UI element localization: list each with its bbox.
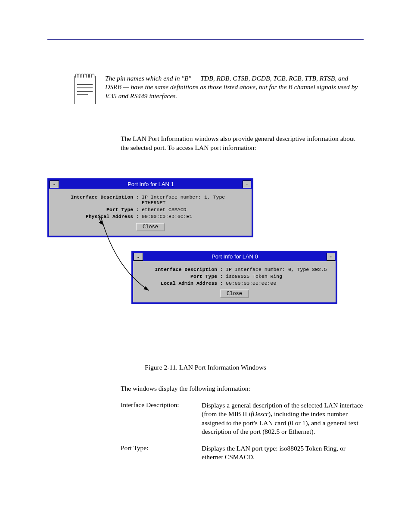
definition-desc: Displays a general description of the se… xyxy=(202,401,364,436)
sysmenu-icon[interactable]: - xyxy=(134,253,143,261)
dialog-body: Interface Description : IP Interface num… xyxy=(49,189,252,236)
field-label: Local Admin Address : xyxy=(139,280,226,286)
dialog-titlebar: - Port Info for LAN 0 ▫ xyxy=(133,252,336,261)
definition-row: Port Type: Displays the LAN port type: i… xyxy=(121,444,364,462)
intro-paragraph: The LAN Port Information windows also pr… xyxy=(121,134,364,152)
field-value: 00:00:00:00:00:00 xyxy=(226,280,330,286)
field-value: ethernet CSMACD xyxy=(142,207,246,212)
definition-desc: Displays the LAN port type: iso88025 Tok… xyxy=(202,444,364,462)
port-info-dialog-lan0: - Port Info for LAN 0 ▫ Interface Descri… xyxy=(131,251,337,304)
field-label: Port Type : xyxy=(139,274,226,279)
dialog-body: Interface Description : IP Interface num… xyxy=(133,261,336,302)
resize-icon[interactable]: ▫ xyxy=(327,253,335,261)
note-block: The pin names which end in "B" — TDB, RD… xyxy=(47,74,364,104)
def-text: Displays the LAN port type: iso88025 Tok… xyxy=(202,445,346,460)
field-row: Interface Description : IP Interface num… xyxy=(55,194,246,205)
note-text: The pin names which end in "B" — TDB, RD… xyxy=(105,74,364,100)
notepad-icon xyxy=(74,76,96,104)
field-row: Interface Description : IP Interface num… xyxy=(139,267,330,272)
button-row: Close xyxy=(139,289,330,298)
close-button[interactable]: Close xyxy=(220,289,249,298)
close-button[interactable]: Close xyxy=(136,223,165,231)
field-label: Interface Description : xyxy=(55,194,142,205)
field-value: IP Interface number: 1, Type ETHERNET xyxy=(142,194,246,205)
definition-term: Interface Description: xyxy=(121,401,194,409)
field-row: Local Admin Address : 00:00:00:00:00:00 xyxy=(139,280,330,286)
defs-intro: The windows display the following inform… xyxy=(121,384,364,393)
field-row: Physical Address : 00:00:C0:8D:6C:E1 xyxy=(55,214,246,219)
field-value: 00:00:C0:8D:6C:E1 xyxy=(142,214,246,219)
definition-row: Interface Description: Displays a genera… xyxy=(121,401,364,436)
field-label: Physical Address : xyxy=(55,214,142,219)
def-em: ifDescr xyxy=(249,410,268,417)
resize-icon[interactable]: ▫ xyxy=(243,180,251,188)
page-body: The pin names which end in "B" — TDB, RD… xyxy=(0,0,411,504)
field-row: Port Type : ethernet CSMACD xyxy=(55,207,246,212)
figure-caption: Figure 2-11. LAN Port Information Window… xyxy=(47,364,364,371)
port-info-dialog-lan1: - Port Info for LAN 1 ▫ Interface Descri… xyxy=(47,178,253,237)
dialog-title: Port Info for LAN 1 xyxy=(59,180,242,189)
dialog-titlebar: - Port Info for LAN 1 ▫ xyxy=(49,180,252,189)
field-value: IP Interface number: 0, Type 802.5 xyxy=(226,267,330,272)
button-row: Close xyxy=(55,223,246,231)
figure-area: - Port Info for LAN 1 ▫ Interface Descri… xyxy=(47,170,364,355)
dialog-title: Port Info for LAN 0 xyxy=(143,252,326,261)
field-value: iso88025 Token Ring xyxy=(226,274,330,279)
sysmenu-icon[interactable]: - xyxy=(50,180,59,188)
header-rule xyxy=(47,39,364,40)
field-row: Port Type : iso88025 Token Ring xyxy=(139,274,330,279)
definition-term: Port Type: xyxy=(121,444,194,452)
field-label: Interface Description : xyxy=(139,267,226,272)
field-label: Port Type : xyxy=(55,207,142,212)
definitions-list: Interface Description: Displays a genera… xyxy=(121,401,364,462)
